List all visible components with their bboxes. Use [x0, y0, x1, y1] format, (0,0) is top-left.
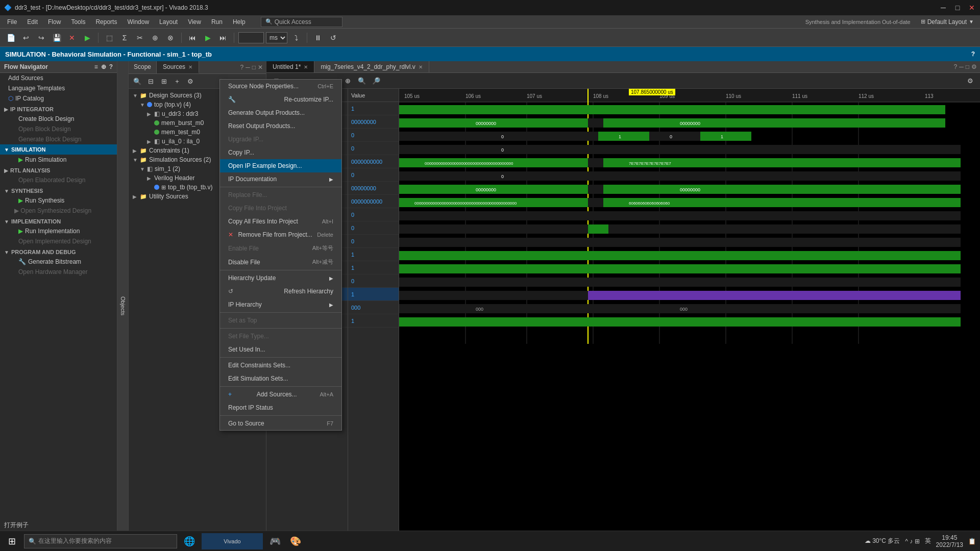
tb-btn-1[interactable]: ⬚ — [103, 31, 116, 44]
ctx-copy-all-files[interactable]: Copy All Files Into Project Alt+I — [220, 215, 341, 228]
save-button[interactable]: 💾 — [50, 31, 63, 44]
objects-tab[interactable]: Objects — [117, 61, 129, 551]
undo-button[interactable]: ↩ — [19, 31, 33, 44]
taskbar-icon-1[interactable]: 🌐 — [181, 533, 198, 549]
sim-run-for-button[interactable]: ⤵ — [289, 31, 303, 44]
ctx-add-sources[interactable]: + Add Sources... Alt+A — [220, 388, 341, 401]
taskbar-search[interactable]: 🔍 在这里输入你要搜索的内容 — [24, 534, 177, 548]
ctx-ip-documentation[interactable]: IP Documentation ▶ — [220, 172, 341, 186]
nav-language-templates[interactable]: Language Templates — [0, 83, 117, 93]
mig-tab-close[interactable]: ✕ — [419, 64, 423, 70]
layout-selector[interactable]: ⊞ Default Layout ▼ — [921, 18, 974, 26]
sim-step-button[interactable]: ⏭ — [216, 31, 230, 44]
nav-section-ip-integrator[interactable]: ▶ IP INTEGRATOR — [0, 104, 117, 114]
restore-button[interactable]: □ — [953, 4, 962, 12]
scope-tab[interactable]: Scope — [129, 61, 157, 73]
ctx-go-to-source[interactable]: Go to Source F7 — [220, 417, 341, 430]
run-button[interactable]: ▶ — [81, 31, 94, 44]
sim-time-input[interactable]: 1 — [238, 32, 264, 43]
sources-tab[interactable]: Sources ✕ — [157, 61, 199, 73]
nav-item-create-block[interactable]: Create Block Design — [10, 114, 117, 124]
nav-section-synthesis[interactable]: ▼ SYNTHESIS — [0, 185, 117, 195]
nav-add-sources[interactable]: Add Sources — [0, 73, 117, 83]
ctx-remove-file[interactable]: ✕ Remove File from Project... Delete — [220, 228, 341, 241]
flow-nav-btn3[interactable]: ? — [109, 63, 113, 70]
ctx-generate-output[interactable]: Generate Output Products... — [220, 106, 341, 119]
nav-run-impl[interactable]: ▶ Run Implementation — [10, 226, 117, 236]
waveform-tab-mig[interactable]: mig_7series_v4_2_ddr_phy_rdlvl.v ✕ — [314, 61, 429, 72]
menu-flow[interactable]: Flow — [43, 17, 66, 27]
nav-open-elaborated[interactable]: Open Elaborated Design — [10, 175, 117, 185]
taskbar-icon-3[interactable]: 🎨 — [287, 533, 304, 549]
sources-expand-btn[interactable]: ⊞ — [158, 76, 169, 87]
sim-reset-button[interactable]: ↺ — [327, 31, 340, 44]
nav-section-simulation[interactable]: ▼ SIMULATION — [0, 144, 117, 155]
wave-maximize[interactable]: □ — [966, 63, 969, 70]
taskbar-icon-2[interactable]: 🎮 — [267, 533, 283, 549]
nav-run-simulation[interactable]: ▶ Run Simulation — [10, 155, 117, 165]
nav-item-generate-block[interactable]: Generate Block Design — [10, 134, 117, 144]
wave-zoom-out[interactable]: 🔎 — [370, 74, 383, 87]
wave-minimize[interactable]: ─ — [959, 63, 964, 70]
context-menu[interactable]: Source Node Properties... Ctrl+E 🔧 Re-cu… — [219, 79, 342, 431]
nav-section-rtl[interactable]: ▶ RTL ANALYSIS — [0, 165, 117, 175]
sim-run-button[interactable]: ▶ — [201, 31, 214, 44]
minimize-button[interactable]: ─ — [939, 4, 947, 12]
tb-btn-4[interactable]: ⊕ — [149, 31, 162, 44]
close-button[interactable]: ✕ — [968, 4, 976, 12]
menu-layout[interactable]: Layout — [154, 17, 183, 27]
nav-section-implementation[interactable]: ▼ IMPLEMENTATION — [0, 216, 117, 226]
wave-gear[interactable]: ⚙ — [971, 63, 977, 70]
tb-btn-3[interactable]: ✂ — [133, 31, 146, 44]
nav-ip-catalog[interactable]: ⬡ IP Catalog — [0, 93, 117, 104]
ctx-ip-hierarchy[interactable]: IP Hierarchy ▶ — [220, 298, 341, 311]
menu-tools[interactable]: Tools — [66, 17, 90, 27]
tb-btn-5[interactable]: ⊗ — [164, 31, 177, 44]
menu-help[interactable]: Help — [228, 17, 251, 27]
menu-file[interactable]: File — [2, 17, 22, 27]
untitled-tab-close[interactable]: ✕ — [304, 64, 308, 70]
menu-window[interactable]: Window — [122, 17, 154, 27]
nav-item-open-block[interactable]: Open Block Design — [10, 124, 117, 134]
title-bar-controls[interactable]: ─ □ ✕ — [939, 4, 976, 12]
sim-pause-button[interactable]: ⏸ — [311, 31, 325, 44]
wave-help[interactable]: ? — [954, 63, 958, 70]
ctx-edit-constraints[interactable]: Edit Constraints Sets... — [220, 359, 341, 372]
flow-nav-btn2[interactable]: ⊕ — [101, 63, 106, 70]
ctx-reset-output[interactable]: Reset Output Products... — [220, 119, 341, 133]
sources-collapse-btn[interactable]: ⊟ — [145, 76, 156, 87]
nav-section-debug[interactable]: ▼ PROGRAM AND DEBUG — [0, 246, 117, 257]
sources-help[interactable]: ? — [240, 64, 244, 71]
flow-nav-btn1[interactable]: ≡ — [94, 63, 98, 70]
sim-restart-button[interactable]: ⏮ — [186, 31, 199, 44]
menu-edit[interactable]: Edit — [22, 17, 43, 27]
nav-generate-bitstream[interactable]: 🔧 Generate Bitstream — [10, 257, 117, 267]
sources-refresh-btn[interactable]: ⚙ — [185, 76, 196, 87]
ctx-open-ip-example[interactable]: Open IP Example Design... — [220, 159, 341, 172]
ctx-refresh-hierarchy[interactable]: ↺ Refresh Hierarchy — [220, 285, 341, 298]
sources-search-btn[interactable]: 🔍 — [132, 76, 143, 87]
menu-run[interactable]: Run — [206, 17, 228, 27]
wave-zoom-in[interactable]: 🔍 — [355, 74, 369, 87]
sources-add-btn[interactable]: + — [172, 76, 183, 87]
sources-tab-close[interactable]: ✕ — [188, 64, 192, 70]
sim-time-unit-select[interactable]: ms us ns ps fs — [266, 32, 287, 43]
wave-settings[interactable]: ⚙ — [964, 74, 977, 87]
nav-open-implemented[interactable]: Open Implemented Design — [10, 236, 117, 246]
quick-access-bar[interactable]: 🔍 Quick Access — [261, 17, 342, 27]
ctx-hierarchy-update[interactable]: Hierarchy Update ▶ — [220, 271, 341, 285]
taskbar-notification[interactable]: 📋 — [968, 538, 976, 545]
ctx-recustomize-ip[interactable]: 🔧 Re-customize IP... — [220, 93, 341, 106]
new-button[interactable]: 📄 — [4, 31, 17, 44]
tb-btn-2[interactable]: Σ — [118, 31, 131, 44]
menu-view[interactable]: View — [183, 17, 206, 27]
menu-reports[interactable]: Reports — [90, 17, 122, 27]
ctx-report-ip-status[interactable]: Report IP Status — [220, 401, 341, 414]
sources-minimize[interactable]: ─ — [246, 64, 250, 71]
delete-button[interactable]: ✕ — [65, 31, 79, 44]
ctx-copy-ip[interactable]: Copy IP... — [220, 146, 341, 159]
waveform-tab-untitled[interactable]: Untitled 1* ✕ — [266, 61, 314, 72]
redo-button[interactable]: ↪ — [35, 31, 48, 44]
wave-add-marker[interactable]: ⊕ — [341, 74, 354, 87]
nav-open-synthesized[interactable]: ▶ Open Synthesized Design — [10, 206, 117, 216]
